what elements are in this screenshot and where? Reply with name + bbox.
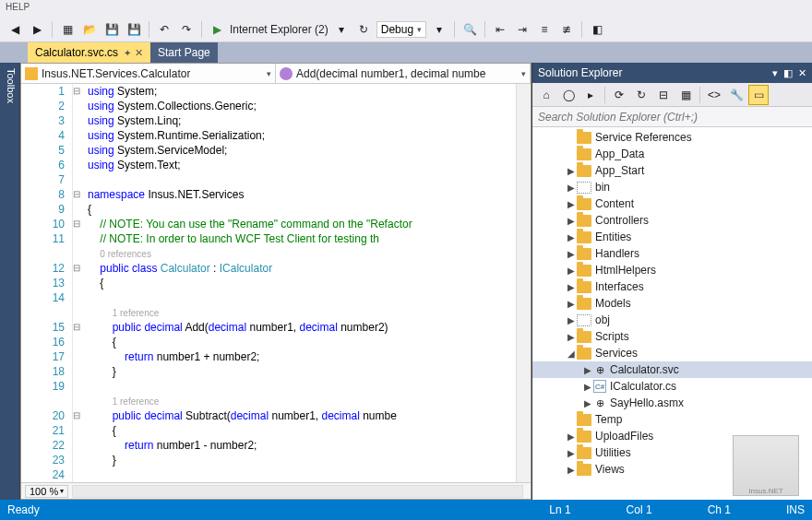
avatar-overlay: Insus.NET	[733, 435, 799, 496]
horizontal-scrollbar[interactable]	[72, 485, 523, 498]
code-area[interactable]: using System;using System.Collections.Ge…	[88, 84, 516, 482]
close-icon[interactable]: ✕	[135, 47, 143, 59]
solution-search-input[interactable]	[538, 111, 806, 124]
refresh-icon[interactable]: ↻	[631, 85, 651, 105]
find-icon[interactable]: 🔍	[460, 20, 479, 39]
tree-item[interactable]: ▶obj	[532, 312, 812, 328]
tree-item[interactable]: ◢Services	[532, 345, 812, 361]
status-col: Col 1	[627, 503, 652, 516]
tree-item[interactable]: ▶Controllers	[532, 212, 812, 229]
status-line: Ln 1	[549, 503, 570, 516]
sync-icon[interactable]: ⟳	[609, 85, 629, 105]
run-target-label[interactable]: Internet Explorer (2)	[230, 23, 328, 36]
tree-item[interactable]: ▶HtmlHelpers	[532, 262, 812, 278]
editor-footer: 100 %	[21, 482, 531, 499]
redo-icon[interactable]: ↷	[177, 20, 196, 39]
open-icon[interactable]: 📂	[80, 20, 99, 39]
document-tabs: Calculator.svc.cs ✦ ✕ Start Page	[0, 42, 812, 63]
tree-item[interactable]: ▶Handlers	[532, 245, 812, 262]
tree-item[interactable]: ▶bin	[532, 179, 812, 195]
status-ch: Ch 1	[708, 503, 731, 516]
undo-icon[interactable]: ↶	[155, 20, 173, 39]
pin-icon[interactable]: ✦	[124, 48, 131, 58]
run-target-dropdown-icon[interactable]: ▾	[332, 20, 351, 39]
tree-item[interactable]: App_Data	[532, 146, 812, 162]
tree-item[interactable]: ▶Interfaces	[532, 278, 812, 295]
menu-bar[interactable]: HELP	[0, 0, 812, 17]
uncomment-icon[interactable]: ≢	[557, 20, 576, 39]
view-code-icon[interactable]: <>	[704, 85, 724, 105]
tree-item[interactable]: Service References	[532, 129, 812, 146]
tree-item[interactable]: ▶App_Start	[532, 162, 812, 179]
preview-selected-icon[interactable]: ▭	[748, 85, 769, 105]
save-all-icon[interactable]: 💾	[125, 20, 143, 39]
tab-calculator-svc-cs[interactable]: Calculator.svc.cs ✦ ✕	[28, 42, 150, 63]
comment-icon[interactable]: ≡	[535, 20, 554, 39]
solution-config-combo[interactable]: Debug	[376, 21, 426, 38]
start-debug-icon[interactable]: ▶	[208, 20, 226, 39]
code-editor: Insus.NET.Services.Calculator Add(decima…	[20, 63, 531, 500]
solution-explorer-toolbar: ⌂ ◯ ▸ ⟳ ↻ ⊟ ▦ <> 🔧 ▭	[532, 83, 812, 107]
tree-item[interactable]: ▶Content	[532, 195, 812, 212]
close-icon[interactable]: ✕	[798, 67, 806, 79]
save-icon[interactable]: 💾	[102, 20, 121, 39]
panel-title-text: Solution Explorer	[538, 66, 622, 79]
toolbox-panel-collapsed[interactable]: Toolbox	[0, 63, 20, 500]
back-icon[interactable]: ◯	[558, 85, 579, 105]
status-bar: Ready Ln 1 Col 1 Ch 1 INS	[0, 500, 812, 520]
toggle-bookmark-icon[interactable]: ◧	[588, 20, 606, 39]
nav-fwd-icon[interactable]: ▶	[28, 20, 46, 39]
navigation-bar: Insus.NET.Services.Calculator Add(decima…	[21, 64, 531, 84]
status-ready: Ready	[7, 503, 40, 516]
solution-search[interactable]	[532, 107, 812, 127]
tree-item[interactable]: Temp	[532, 411, 812, 428]
properties-icon[interactable]: 🔧	[726, 85, 746, 105]
collapse-all-icon[interactable]: ⊟	[653, 85, 674, 105]
tree-item[interactable]: ▶C#ICalculator.cs	[532, 378, 812, 395]
indent-less-icon[interactable]: ⇤	[491, 20, 509, 39]
platform-dropdown-icon[interactable]: ▾	[430, 20, 448, 39]
outlining-margin[interactable]: ⊟⊟⊟⊟⊟⊟	[73, 84, 88, 482]
tree-item[interactable]: ▶Scripts	[532, 328, 812, 345]
pin-icon[interactable]: ◧	[783, 67, 793, 79]
home-icon[interactable]: ⌂	[536, 85, 556, 105]
indent-more-icon[interactable]: ⇥	[513, 20, 531, 39]
tree-item[interactable]: ▶⊕SayHello.asmx	[532, 395, 812, 411]
tree-item[interactable]: ▶Models	[532, 295, 812, 312]
type-nav-combo[interactable]: Insus.NET.Services.Calculator	[21, 64, 276, 83]
main-toolbar: ◀ ▶ ▦ 📂 💾 💾 ↶ ↷ ▶ Internet Explorer (2) …	[0, 17, 812, 42]
tree-item[interactable]: ▶⊕Calculator.svc	[532, 361, 812, 378]
vertical-scrollbar[interactable]	[516, 84, 531, 482]
solution-tree[interactable]: Service ReferencesApp_Data▶App_Start▶bin…	[532, 127, 812, 500]
nav-back-icon[interactable]: ◀	[6, 20, 24, 39]
tab-start-page[interactable]: Start Page	[150, 42, 218, 63]
tree-item[interactable]: ▶Entities	[532, 229, 812, 245]
member-nav-combo[interactable]: Add(decimal number1, decimal numbe	[276, 64, 531, 83]
zoom-combo[interactable]: 100 %	[25, 485, 68, 498]
fwd-icon[interactable]: ▸	[580, 85, 601, 105]
solution-explorer: Solution Explorer ▾ ◧ ✕ ⌂ ◯ ▸ ⟳ ↻ ⊟ ▦ <>…	[531, 63, 812, 500]
tab-label: Calculator.svc.cs	[35, 46, 118, 59]
browser-refresh-icon[interactable]: ↻	[354, 20, 373, 39]
new-project-icon[interactable]: ▦	[58, 20, 77, 39]
solution-explorer-title[interactable]: Solution Explorer ▾ ◧ ✕	[532, 63, 812, 83]
status-ins: INS	[786, 503, 805, 516]
line-number-gutter: 123456789101112131415161718192021222324	[21, 84, 73, 482]
show-all-icon[interactable]: ▦	[675, 85, 696, 105]
tab-label: Start Page	[158, 46, 210, 59]
panel-menu-icon[interactable]: ▾	[772, 67, 778, 79]
